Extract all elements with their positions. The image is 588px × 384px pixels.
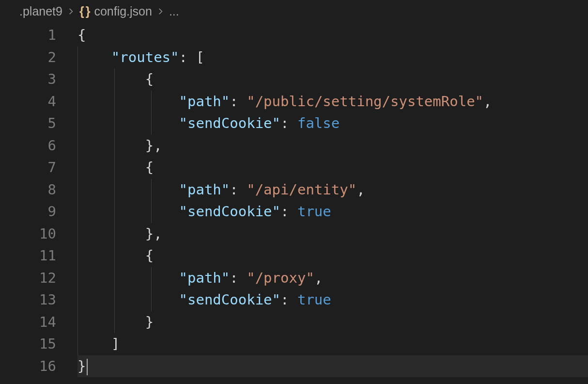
token-property: "path" (179, 93, 230, 110)
code-area[interactable]: 1 2 3 4 5 6 7 8 9 10 11 12 13 14 15 16 {… (0, 21, 588, 384)
code-line[interactable]: } (77, 311, 588, 334)
token-brace: } (145, 314, 154, 330)
code-line[interactable]: "path": "/proxy", (77, 267, 588, 289)
token-punct: , (356, 181, 365, 198)
token-boolean: true (297, 291, 331, 308)
code-line[interactable]: ] (77, 333, 588, 355)
token-punct: : (280, 115, 297, 131)
code-line[interactable]: "sendCookie": false (77, 112, 588, 135)
token-brace: ] (111, 336, 120, 352)
line-number: 5 (0, 112, 56, 135)
token-string: "/public/setting/systemRole" (247, 93, 483, 110)
line-number: 13 (0, 289, 56, 311)
token-property: "sendCookie" (179, 291, 281, 308)
token-brace: { (145, 247, 154, 264)
line-number: 11 (0, 245, 56, 267)
code-line[interactable]: "routes": [ (77, 47, 588, 69)
code-line[interactable]: "path": "/api/entity", (77, 179, 588, 201)
line-number: 7 (0, 157, 56, 179)
line-number: 8 (0, 179, 56, 201)
token-punct: : (280, 291, 297, 308)
token-punct: : (230, 93, 247, 110)
token-punct: , (314, 270, 323, 286)
token-brace: { (77, 27, 86, 43)
line-number: 4 (0, 91, 56, 113)
token-brace: { (145, 71, 154, 87)
token-boolean: true (297, 203, 331, 220)
code-line[interactable]: "path": "/public/setting/systemRole", (77, 91, 588, 113)
token-property: "sendCookie" (179, 115, 281, 131)
breadcrumb-overflow[interactable]: ... (169, 4, 179, 18)
token-property: "routes" (111, 49, 179, 65)
code-line[interactable]: { (77, 24, 588, 47)
code-line[interactable]: }, (77, 135, 588, 157)
text-cursor (87, 359, 88, 375)
code-line[interactable]: { (77, 157, 588, 179)
line-number: 15 (0, 333, 56, 355)
token-punct: : (280, 203, 297, 220)
token-property: "sendCookie" (179, 203, 281, 220)
code-line[interactable]: "sendCookie": true (77, 289, 588, 311)
line-number: 10 (0, 223, 56, 245)
token-punct: , (483, 93, 492, 110)
code-editor: .planet9 { } config.json ... 1 2 3 4 5 6… (0, 0, 588, 384)
line-number: 9 (0, 201, 56, 223)
token-property: "path" (179, 270, 230, 286)
token-brace: }, (145, 225, 162, 242)
token-punct: : [ (179, 49, 204, 65)
token-punct: : (230, 181, 247, 198)
token-punct: : (230, 270, 247, 286)
token-property: "path" (179, 181, 230, 198)
chevron-right-icon (67, 8, 75, 15)
breadcrumb-folder[interactable]: .planet9 (19, 4, 62, 18)
code-line[interactable]: { (77, 68, 588, 91)
line-number: 12 (0, 267, 56, 289)
json-braces-icon: { } (79, 4, 89, 18)
line-number: 6 (0, 135, 56, 157)
line-number: 14 (0, 311, 56, 334)
token-brace: { (145, 159, 154, 176)
token-string: "/api/entity" (247, 181, 356, 198)
breadcrumb-file[interactable]: config.json (94, 4, 152, 18)
token-string: "/proxy" (247, 270, 314, 286)
breadcrumb-bar: .planet9 { } config.json ... (0, 0, 588, 21)
line-number: 2 (0, 47, 56, 69)
line-number-gutter: 1 2 3 4 5 6 7 8 9 10 11 12 13 14 15 16 (0, 21, 77, 384)
code-content[interactable]: { "routes": [ { "path": "/public/setting… (77, 21, 588, 384)
token-brace: }, (145, 137, 162, 154)
line-number: 3 (0, 68, 56, 91)
token-brace: } (77, 358, 86, 374)
token-boolean: false (297, 115, 340, 131)
code-line[interactable]: "sendCookie": true (77, 201, 588, 223)
code-line[interactable]: { (77, 245, 588, 267)
code-line[interactable]: } (77, 355, 588, 378)
chevron-right-icon (157, 8, 164, 15)
code-line[interactable]: }, (77, 223, 588, 245)
line-number: 1 (0, 24, 56, 47)
line-number: 16 (0, 355, 56, 378)
